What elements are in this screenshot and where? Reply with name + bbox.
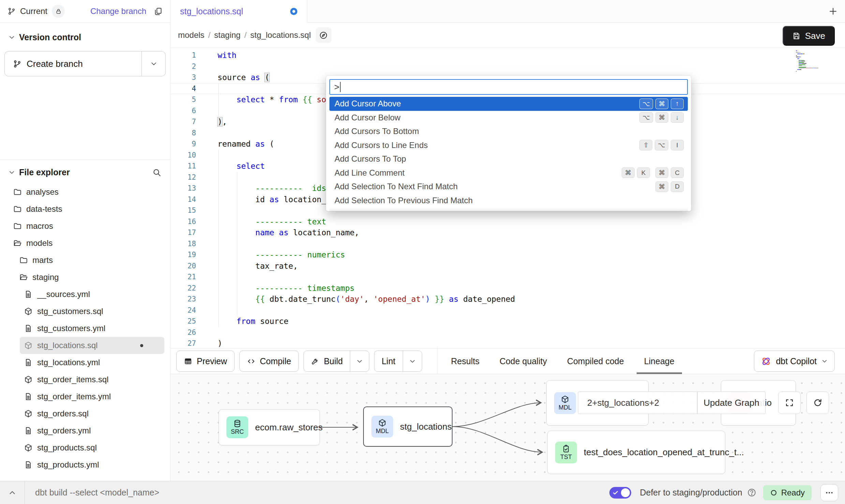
toggle-knob bbox=[621, 488, 630, 497]
command-item-add-cursor-below[interactable]: Add Cursor Below⌥⌘↓ bbox=[329, 111, 688, 125]
file-tree-item-stg-products-sql[interactable]: stg_products.sql bbox=[0, 439, 170, 456]
update-graph-button[interactable]: Update Graph bbox=[697, 391, 766, 414]
node-type-badge: TST bbox=[555, 442, 577, 463]
code-line-27[interactable]: 27) bbox=[171, 338, 845, 348]
code-editor[interactable]: 1with23source as (45 select * from {{ so… bbox=[171, 48, 845, 348]
code-line-25[interactable]: 25 from source bbox=[171, 316, 845, 327]
file-tree-item--sources-yml[interactable]: __sources.yml bbox=[0, 286, 170, 303]
file-tree-item-stg-locations-sql[interactable]: stg_locations.sql bbox=[20, 337, 164, 354]
lint-dropdown[interactable] bbox=[403, 351, 422, 371]
file-label: stg_orders.sql bbox=[37, 409, 89, 418]
lock-icon bbox=[55, 8, 62, 15]
change-branch-link[interactable]: Change branch bbox=[90, 6, 146, 16]
file-tree-item-stg-order-items-sql[interactable]: stg_order_items.sql bbox=[0, 371, 170, 388]
ide-status-button[interactable]: Ready bbox=[763, 485, 812, 500]
copy-icon[interactable] bbox=[153, 7, 163, 16]
file-tree-item-analyses[interactable]: analyses bbox=[0, 183, 170, 201]
file-tree-item-marts[interactable]: marts bbox=[0, 252, 170, 269]
lineage-canvas[interactable]: SRCecom.raw_storesMDLstg_locationsMDLloc… bbox=[171, 374, 845, 480]
code-line-24[interactable]: 24 bbox=[171, 305, 845, 316]
badge-label: TST bbox=[560, 454, 572, 461]
file-tree-item-macros[interactable]: macros bbox=[0, 218, 170, 235]
file-tree-item-stg-products-yml[interactable]: stg_products.yml bbox=[0, 456, 170, 473]
file-tree-item-stg-locations-yml[interactable]: stg_locations.yml bbox=[0, 354, 170, 371]
explore-compass-button[interactable] bbox=[316, 27, 331, 43]
command-item-add-cursors-to-line-ends[interactable]: Add Cursors to Line Ends⇧⌥I bbox=[329, 138, 688, 152]
file-tree-item-stg-orders-sql[interactable]: stg_orders.sql bbox=[0, 405, 170, 422]
command-palette: > Add Cursor Above⌥⌘↑Add Cursor Below⌥⌘↓… bbox=[326, 76, 691, 211]
expand-command-bar-button[interactable] bbox=[0, 481, 25, 504]
tab-lineage[interactable]: Lineage bbox=[644, 349, 674, 374]
code-line-22[interactable]: 22 ---------- timestamps bbox=[171, 283, 845, 294]
tab-results[interactable]: Results bbox=[451, 349, 479, 374]
compile-button[interactable]: Compile bbox=[239, 351, 299, 372]
build-dropdown[interactable] bbox=[350, 351, 369, 371]
command-input[interactable]: dbt build --select <model_name> bbox=[35, 488, 159, 498]
build-button[interactable]: Build bbox=[303, 351, 370, 372]
code-line-1[interactable]: 1with bbox=[171, 50, 845, 61]
code-line-2[interactable]: 2 bbox=[171, 61, 845, 72]
lineage-selector-input[interactable]: 2+stg_locations+2 bbox=[578, 391, 697, 414]
lineage-node-src[interactable]: SRCecom.raw_stores bbox=[219, 409, 320, 445]
code-line-21[interactable]: 21 bbox=[171, 271, 845, 283]
line-number: 21 bbox=[171, 273, 196, 281]
search-icon[interactable] bbox=[152, 168, 161, 177]
save-label: Save bbox=[805, 31, 825, 41]
line-number: 9 bbox=[171, 140, 196, 148]
command-item-add-cursors-to-top[interactable]: Add Cursors To Top bbox=[329, 152, 688, 166]
line-number: 14 bbox=[171, 195, 196, 204]
code-line-26[interactable]: 26 bbox=[171, 327, 845, 338]
dbt-copilot-button[interactable]: dbt Copilot bbox=[754, 351, 835, 372]
lineage-node-stg[interactable]: MDLstg_locations bbox=[363, 406, 453, 447]
file-tree-item-stg-orders-yml[interactable]: stg_orders.yml bbox=[0, 422, 170, 439]
file-tree-item-data-tests[interactable]: data-tests bbox=[0, 201, 170, 218]
badge-label: MDL bbox=[376, 428, 389, 435]
command-item-add-line-comment[interactable]: Add Line Comment⌘K⌘C bbox=[329, 166, 688, 180]
line-text: {{ dbt.date_trunc('day', 'opened_at') }}… bbox=[196, 295, 515, 303]
fullscreen-button[interactable] bbox=[778, 391, 801, 414]
file-label: models bbox=[26, 238, 53, 248]
chevron-down-icon[interactable] bbox=[8, 34, 15, 41]
command-item-add-cursors-to-bottom[interactable]: Add Cursors To Bottom bbox=[329, 124, 688, 138]
command-item-add-selection-to-previous-find-match[interactable]: Add Selection To Previous Find Match bbox=[329, 194, 688, 208]
more-options-button[interactable] bbox=[820, 484, 838, 501]
command-palette-input[interactable]: > bbox=[329, 79, 688, 95]
help-icon[interactable] bbox=[747, 488, 757, 498]
breadcrumb-part[interactable]: stg_locations.sql bbox=[250, 30, 311, 40]
defer-toggle[interactable] bbox=[609, 487, 631, 499]
create-branch-dropdown[interactable] bbox=[142, 51, 165, 76]
lint-button[interactable]: Lint bbox=[374, 351, 422, 372]
file-tree-item-models[interactable]: models bbox=[0, 235, 170, 252]
code-line-18[interactable]: 18 bbox=[171, 238, 845, 250]
editor-minimap[interactable] bbox=[796, 50, 826, 72]
create-branch-main[interactable]: Create branch bbox=[5, 51, 142, 76]
save-button[interactable]: Save bbox=[783, 26, 835, 46]
file-tree-item-stg-customers-sql[interactable]: stg_customers.sql bbox=[0, 303, 170, 320]
preview-button[interactable]: Preview bbox=[176, 351, 235, 372]
code-line-20[interactable]: 20 tax_rate, bbox=[171, 261, 845, 272]
indent-guide bbox=[237, 305, 237, 316]
create-branch-button[interactable]: Create branch bbox=[4, 51, 166, 76]
new-tab-button[interactable] bbox=[821, 0, 845, 23]
refresh-graph-button[interactable] bbox=[806, 391, 829, 414]
code-line-17[interactable]: 17 name as location_name, bbox=[171, 227, 845, 238]
command-item-add-selection-to-next-find-match[interactable]: Add Selection To Next Find Match⌘D bbox=[329, 180, 688, 194]
indent-guide bbox=[218, 305, 219, 316]
command-item-add-cursor-above[interactable]: Add Cursor Above⌥⌘↑ bbox=[329, 97, 688, 111]
cube-icon bbox=[378, 418, 387, 427]
file-tree-item-stg-order-items-yml[interactable]: stg_order_items.yml bbox=[0, 388, 170, 405]
lineage-node-tst[interactable]: TSTtest_does_location_opened_at_trunc_t.… bbox=[547, 431, 725, 474]
breadcrumb-part[interactable]: staging bbox=[214, 30, 240, 40]
tab-stg-locations-sql[interactable]: stg_locations.sql bbox=[171, 0, 307, 23]
file-tree-item-stg-customers-yml[interactable]: stg_customers.yml bbox=[0, 320, 170, 337]
file-tree-item-staging[interactable]: staging bbox=[0, 269, 170, 286]
tab-code-quality[interactable]: Code quality bbox=[500, 349, 547, 374]
code-line-19[interactable]: 19 ---------- numerics bbox=[171, 249, 845, 261]
keyboard-shortcut-key: ↑ bbox=[671, 99, 684, 109]
breadcrumb-part[interactable]: models bbox=[178, 30, 204, 40]
tab-compiled-code[interactable]: Compiled code bbox=[567, 349, 624, 374]
command-label: Add Selection To Next Find Match bbox=[335, 182, 458, 191]
code-line-23[interactable]: 23 {{ dbt.date_trunc('day', 'opened_at')… bbox=[171, 294, 845, 305]
code-line-16[interactable]: 16 ---------- text bbox=[171, 216, 845, 227]
chevron-down-icon[interactable] bbox=[8, 169, 15, 176]
